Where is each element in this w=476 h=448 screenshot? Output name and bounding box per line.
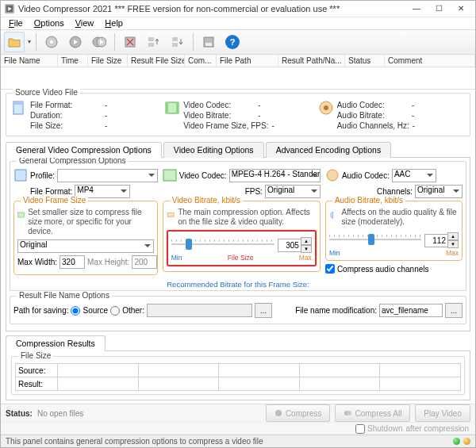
svg-rect-10 bbox=[172, 37, 178, 41]
help-icon: ? bbox=[225, 35, 240, 49]
compress-all-button[interactable] bbox=[89, 32, 109, 52]
audio-bitrate-panel: Audio Bitrate, kbit/s Affects on the aud… bbox=[325, 201, 463, 261]
options-tabs: General Video Compression Options Video … bbox=[6, 141, 470, 157]
video-bitrate-input[interactable] bbox=[278, 239, 301, 252]
svg-rect-17 bbox=[166, 102, 168, 113]
disc-button[interactable] bbox=[41, 32, 62, 52]
video-codec-select[interactable]: MPEG-4 H.264 - Standar bbox=[229, 169, 321, 182]
file-icon bbox=[11, 100, 27, 116]
led-green-icon bbox=[453, 438, 460, 445]
compress-audio-checkbox[interactable] bbox=[325, 264, 335, 274]
menu-view[interactable]: View bbox=[71, 17, 99, 29]
video-bitrate-spinner[interactable]: ▲▼ bbox=[301, 237, 312, 253]
menubar: File Options View Help bbox=[1, 17, 475, 29]
led-amber-icon bbox=[463, 438, 470, 445]
vcodec-icon bbox=[163, 168, 177, 182]
toolbar: ▾ ? bbox=[1, 29, 475, 55]
audio-bitrate-spinner[interactable]: ▲▼ bbox=[447, 232, 459, 248]
statusbar-text: This panel contains general compression … bbox=[6, 437, 263, 446]
results-filesize-panel: File Size Source: Result: bbox=[11, 356, 465, 395]
video-bitrate-highlight: ▲▼ MinFile SizeMax bbox=[167, 230, 317, 266]
item-down-button[interactable] bbox=[167, 32, 188, 52]
item-up-button[interactable] bbox=[144, 32, 164, 52]
menu-help[interactable]: Help bbox=[100, 17, 128, 29]
save-list-button[interactable] bbox=[198, 32, 219, 52]
filename-mod-input[interactable] bbox=[379, 304, 443, 317]
tab-advanced[interactable]: Advanced Encoding Options bbox=[266, 142, 392, 158]
shutdown-checkbox[interactable] bbox=[355, 424, 365, 434]
svg-point-20 bbox=[324, 105, 328, 110]
path-browse-button[interactable]: … bbox=[255, 303, 272, 318]
result-filename-panel: Result File Name Options Path for saving… bbox=[10, 296, 466, 324]
clear-button[interactable] bbox=[120, 32, 140, 52]
video-icon bbox=[164, 100, 180, 116]
audio-bitrate-slider[interactable] bbox=[329, 232, 421, 249]
menu-file[interactable]: File bbox=[4, 17, 28, 29]
abitrate-icon bbox=[329, 208, 339, 222]
minimize-button[interactable]: — bbox=[405, 2, 428, 16]
video-bitrate-slider[interactable] bbox=[171, 236, 274, 254]
audio-bitrate-input[interactable] bbox=[424, 234, 448, 247]
frame-size-icon bbox=[17, 208, 25, 222]
svg-rect-8 bbox=[148, 37, 154, 41]
frame-size-select[interactable]: Original bbox=[17, 239, 154, 253]
col-filename[interactable]: File Name bbox=[1, 55, 58, 67]
window-title: Video Compressor 2021 *** FREE version f… bbox=[18, 4, 405, 13]
column-headers: File Name Time File Size Result File Siz… bbox=[1, 55, 475, 67]
col-resultpath[interactable]: Result Path/Na... bbox=[278, 55, 345, 67]
help-button[interactable]: ? bbox=[222, 32, 243, 52]
gears-icon bbox=[344, 409, 351, 417]
source-legend: Source Video File bbox=[13, 88, 80, 97]
play-video-button[interactable]: Play Video bbox=[415, 404, 470, 422]
channels-select[interactable]: Original bbox=[415, 185, 463, 198]
filename-mod-edit-button[interactable]: … bbox=[445, 303, 463, 318]
profile-select[interactable] bbox=[57, 169, 158, 182]
svg-rect-11 bbox=[172, 43, 178, 47]
col-filepath[interactable]: File Path bbox=[217, 55, 278, 67]
video-frame-size-panel: Video Frame Size Set smaller size to com… bbox=[13, 201, 158, 275]
status-text: No open files bbox=[37, 409, 83, 418]
svg-rect-13 bbox=[205, 43, 212, 46]
audio-codec-select[interactable]: AAC bbox=[392, 169, 436, 182]
video-bitrate-panel: Video Bitrate, kbit/s The main compressi… bbox=[163, 201, 321, 272]
gear-icon bbox=[274, 409, 282, 417]
max-height-input[interactable] bbox=[132, 255, 157, 269]
svg-rect-9 bbox=[148, 43, 154, 47]
recommended-bitrate: Recommended Bitrate for this Frame Size: bbox=[13, 278, 463, 290]
menu-options[interactable]: Options bbox=[29, 17, 69, 29]
acodec-icon bbox=[325, 168, 340, 182]
compress-all-action-button[interactable]: Compress All bbox=[335, 404, 410, 422]
svg-rect-18 bbox=[176, 102, 178, 113]
results-table: Source: Result: bbox=[15, 363, 461, 391]
svg-point-3 bbox=[50, 40, 53, 44]
path-source-radio[interactable] bbox=[71, 306, 80, 316]
col-status[interactable]: Status bbox=[345, 55, 385, 67]
bitrate-icon bbox=[167, 208, 175, 222]
tab-general[interactable]: General Video Compression Options bbox=[6, 142, 162, 158]
compress-button[interactable] bbox=[65, 32, 86, 52]
path-other-input[interactable] bbox=[147, 304, 252, 317]
tab-editing[interactable]: Video Editing Options bbox=[163, 142, 264, 158]
close-button[interactable]: ✕ bbox=[450, 2, 472, 16]
open-button[interactable] bbox=[4, 32, 25, 52]
statusbar: This panel contains general compression … bbox=[1, 435, 475, 447]
action-bar: Status: No open files Compress Compress … bbox=[1, 404, 475, 422]
col-comment[interactable]: Comment bbox=[385, 55, 475, 67]
tab-results[interactable]: Compression Results bbox=[6, 335, 106, 351]
maximize-button[interactable]: ☐ bbox=[428, 2, 450, 16]
tab-body-general: General Compression Options Profile: Fil… bbox=[6, 157, 470, 331]
svg-rect-21 bbox=[15, 170, 26, 181]
max-width-input[interactable] bbox=[60, 255, 85, 269]
col-time[interactable]: Time bbox=[58, 55, 88, 67]
col-compression[interactable]: Com... bbox=[185, 55, 217, 67]
svg-point-25 bbox=[327, 170, 338, 181]
col-resultsize[interactable]: Result File Size bbox=[128, 55, 185, 67]
source-video-panel: Source Video File File Format:- Duration… bbox=[6, 93, 470, 136]
svg-point-26 bbox=[275, 410, 282, 416]
file-grid[interactable] bbox=[1, 67, 475, 90]
titlebar: Video Compressor 2021 *** FREE version f… bbox=[1, 1, 475, 17]
compress-action-button[interactable]: Compress bbox=[266, 404, 331, 422]
path-other-radio[interactable] bbox=[110, 306, 120, 316]
fps-select[interactable]: Original bbox=[265, 185, 321, 198]
col-filesize[interactable]: File Size bbox=[88, 55, 128, 67]
